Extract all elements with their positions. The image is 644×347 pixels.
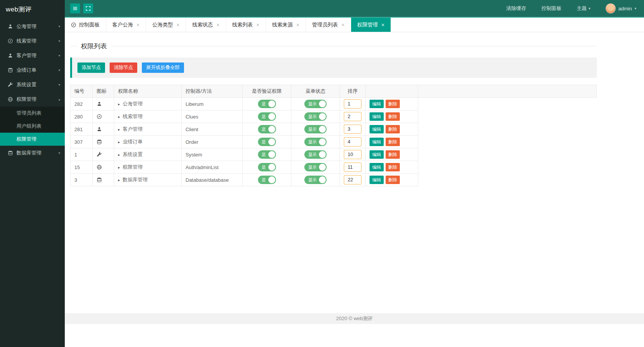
close-icon[interactable]: × <box>176 22 179 28</box>
fullscreen-button[interactable] <box>83 3 93 13</box>
perm-id: 1 <box>71 148 93 161</box>
delete-button[interactable]: 删除 <box>386 176 400 184</box>
table-row: 3 ▸数据库管理 Database/database 是 显示 编辑删除 <box>71 174 597 186</box>
sidebar-item-user-groups[interactable]: 用户组列表 <box>0 120 65 133</box>
fullscreen-icon <box>85 6 91 11</box>
database-icon <box>8 150 13 156</box>
perm-icon-cell <box>93 148 114 161</box>
auth-toggle[interactable]: 是 <box>258 112 276 121</box>
edit-button[interactable]: 编辑 <box>370 138 384 146</box>
sort-input[interactable] <box>344 137 361 146</box>
sidebar-item-permissions[interactable]: 权限管理 <box>0 133 65 146</box>
perm-id: 282 <box>71 98 93 110</box>
permissions-table: 编号 图标 权限名称 控制器/方法 是否验证权限 菜单状态 排序 <box>70 85 597 186</box>
delete-button[interactable]: 删除 <box>386 163 400 171</box>
tab-dashboard[interactable]: 控制面板 <box>65 18 106 32</box>
auth-toggle[interactable]: 是 <box>258 176 276 184</box>
menu-state-toggle[interactable]: 显示 <box>304 112 327 121</box>
delete-button[interactable]: 删除 <box>386 100 400 108</box>
sidebar-item-admin-list[interactable]: 管理员列表 <box>0 107 65 120</box>
auth-toggle[interactable]: 是 <box>258 100 276 108</box>
edit-button[interactable]: 编辑 <box>370 125 384 133</box>
toolbar: 添加节点 清除节点 展开或折叠全部 <box>70 58 597 78</box>
edit-button[interactable]: 编辑 <box>370 176 384 184</box>
close-icon[interactable]: × <box>136 22 140 28</box>
menu-state-toggle[interactable]: 显示 <box>304 163 327 171</box>
sort-input[interactable] <box>344 125 361 134</box>
auth-toggle[interactable]: 是 <box>258 163 276 171</box>
col-header-controller: 控制器/方法 <box>182 85 243 98</box>
tree-caret-icon[interactable]: ▸ <box>118 165 120 169</box>
delete-button[interactable]: 删除 <box>386 125 400 133</box>
auth-toggle[interactable]: 是 <box>258 150 276 159</box>
sort-input[interactable] <box>344 163 361 172</box>
sort-input[interactable] <box>344 175 361 184</box>
perm-id: 281 <box>71 123 93 136</box>
avatar <box>606 3 616 13</box>
tab-admin-list[interactable]: 管理员列表 × <box>306 18 351 32</box>
menu-state-toggle[interactable]: 显示 <box>304 150 327 159</box>
chevron-down-icon: ▾ <box>58 39 60 43</box>
sidebar-item-pool[interactable]: 公海管理 ▾ <box>0 19 65 34</box>
menu-icon <box>72 6 78 11</box>
tabbar: 控制面板 客户公海 × 公海类型 × 线索状态 × 线索列表 × 线索来源 × <box>65 18 644 32</box>
close-icon[interactable]: × <box>296 22 299 28</box>
collapse-menu-button[interactable] <box>70 3 80 13</box>
sidebar-item-settings[interactable]: 系统设置 ▾ <box>0 77 65 92</box>
tab-pool-type[interactable]: 公海类型 × <box>146 18 186 32</box>
user-menu[interactable]: admin ▾ <box>606 3 636 13</box>
tree-caret-icon[interactable]: ▸ <box>118 140 120 144</box>
tab-customer-pool[interactable]: 客户公海 × <box>106 18 146 32</box>
sidebar-item-clients[interactable]: 客户管理 ▾ <box>0 48 65 63</box>
sidebar-item-database[interactable]: 数据库管理 ▾ <box>0 146 65 160</box>
tab-clue-source[interactable]: 线索来源 × <box>266 18 306 32</box>
spacer-cell <box>418 98 597 110</box>
clear-cache-link[interactable]: 清除缓存 <box>506 5 526 12</box>
control-panel-link[interactable]: 控制面板 <box>542 5 562 12</box>
col-header-sort: 排序 <box>340 85 366 98</box>
perm-name: 权限管理 <box>123 164 143 170</box>
delete-button[interactable]: 删除 <box>386 112 400 121</box>
close-icon[interactable]: × <box>341 22 344 28</box>
tab-clue-status[interactable]: 线索状态 × <box>186 18 226 32</box>
perm-name: 数据库管理 <box>123 177 148 183</box>
tree-caret-icon[interactable]: ▸ <box>118 153 120 157</box>
col-header-name: 权限名称 <box>114 85 182 98</box>
chevron-down-icon: ▾ <box>58 54 60 58</box>
expand-collapse-button[interactable]: 展开或折叠全部 <box>142 62 184 73</box>
tree-caret-icon[interactable]: ▸ <box>118 127 120 132</box>
sort-input[interactable] <box>344 99 361 109</box>
database-icon <box>8 67 13 73</box>
edit-button[interactable]: 编辑 <box>370 112 384 121</box>
chevron-up-icon: ▴ <box>58 97 60 101</box>
tree-caret-icon[interactable]: ▸ <box>118 115 120 119</box>
close-icon[interactable]: × <box>216 22 219 28</box>
sidebar-item-auth[interactable]: 权限管理 ▴ <box>0 92 65 107</box>
menu-state-toggle[interactable]: 显示 <box>304 125 327 133</box>
delete-button[interactable]: 删除 <box>386 138 400 146</box>
sidebar-item-clues[interactable]: 线索管理 ▾ <box>0 34 65 48</box>
close-icon[interactable]: × <box>381 22 384 28</box>
auth-toggle[interactable]: 是 <box>258 125 276 133</box>
delete-button[interactable]: 删除 <box>386 150 400 159</box>
auth-toggle[interactable]: 是 <box>258 138 276 146</box>
edit-button[interactable]: 编辑 <box>370 150 384 159</box>
perm-id: 15 <box>71 161 93 174</box>
tab-clue-list[interactable]: 线索列表 × <box>226 18 266 32</box>
edit-button[interactable]: 编辑 <box>370 100 384 108</box>
menu-state-toggle[interactable]: 显示 <box>304 100 327 108</box>
add-node-button[interactable]: 添加节点 <box>77 62 105 73</box>
theme-dropdown[interactable]: 主题 ▾ <box>577 5 591 12</box>
sort-input[interactable] <box>344 112 361 121</box>
edit-button[interactable]: 编辑 <box>370 163 384 171</box>
tree-caret-icon[interactable]: ▸ <box>118 178 120 182</box>
menu-state-toggle[interactable]: 显示 <box>304 138 327 146</box>
sort-input[interactable] <box>344 150 361 159</box>
close-icon[interactable]: × <box>256 22 260 28</box>
sidebar-item-orders[interactable]: 业绩订单 ▾ <box>0 63 65 77</box>
tab-permissions[interactable]: 权限管理 × <box>351 18 391 32</box>
topbar: 清除缓存 控制面板 主题 ▾ admin ▾ <box>65 0 644 18</box>
clear-node-button[interactable]: 清除节点 <box>110 62 137 73</box>
tree-caret-icon[interactable]: ▸ <box>118 102 120 106</box>
menu-state-toggle[interactable]: 显示 <box>304 176 327 184</box>
